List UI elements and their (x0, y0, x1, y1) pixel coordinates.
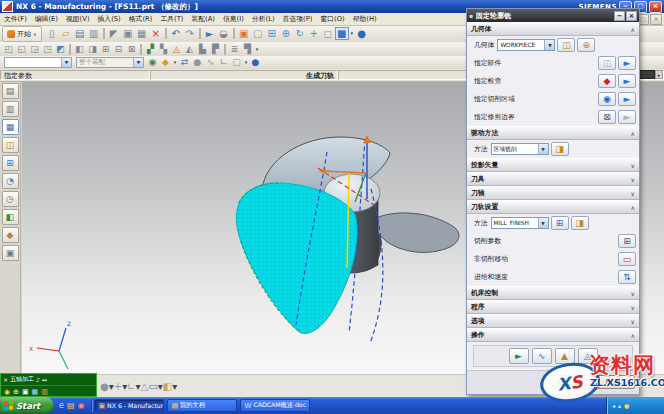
edit-operation-icon[interactable]: ◧ (73, 44, 86, 55)
pan-icon[interactable]: + (307, 27, 321, 40)
swap-icon[interactable]: ⇄ (178, 57, 191, 68)
dialog-minimize-button[interactable]: − (614, 11, 625, 21)
corner-icon[interactable]: ∟ (217, 57, 230, 68)
constraint-navigator-icon[interactable]: ▥ (2, 101, 19, 117)
flashlight-icon[interactable]: ► (618, 92, 636, 106)
wireframe-icon[interactable]: ◻ (321, 27, 335, 40)
media-icon[interactable]: ◉ (77, 401, 84, 410)
menu-item[interactable]: 格式(R) (125, 15, 157, 23)
start-app-button[interactable]: 开始 ∨ (2, 26, 42, 42)
section-program[interactable]: 程序 ∨ (467, 300, 639, 314)
recorder-close-icon[interactable]: × (3, 376, 8, 383)
section-path-settings[interactable]: 刀轨设置 ∧ (467, 200, 639, 214)
hand-tool-icon[interactable]: ◉ (4, 388, 10, 396)
assembly-scope-combo[interactable]: 整个装配 ▼ (76, 57, 144, 68)
tray-antivirus-icon[interactable]: ● (624, 402, 629, 409)
verify-toolpath-icon[interactable]: ◬ (170, 44, 183, 55)
box-select-icon[interactable]: ▢ (230, 57, 243, 68)
update-icon[interactable]: ◉ (146, 57, 159, 68)
cancel-button[interactable]: 取消 (591, 375, 635, 389)
section-machine-control[interactable]: 机床控制 ∨ (467, 286, 639, 300)
task-documents[interactable]: ▤ 我的文档 (167, 399, 237, 412)
copy-operation-icon[interactable]: ⊞ (99, 44, 112, 55)
menu-item[interactable]: 帮助(H) (349, 15, 381, 23)
menu-item[interactable]: 信息(I) (219, 15, 248, 23)
trim-boundary-button[interactable]: ⊠ (598, 110, 616, 124)
part-geometry-button[interactable]: ◫ (598, 56, 616, 70)
print-icon[interactable]: ▥ (87, 27, 101, 40)
section-projection-vector[interactable]: 投影矢量 ∨ (467, 158, 639, 172)
create-geometry-icon[interactable]: ◲ (28, 44, 41, 55)
menu-item[interactable]: 插入(S) (94, 15, 125, 23)
fit-view-icon[interactable]: ⊞ (265, 27, 279, 40)
start-button[interactable]: Start (0, 397, 54, 414)
save-icon[interactable]: ▤ (73, 27, 87, 40)
help-icon[interactable]: ◒ (217, 27, 231, 40)
task-word[interactable]: W CADCAM概述.doc - Mi... (240, 399, 310, 412)
process-studio-icon[interactable]: ◧ (2, 209, 19, 225)
flashlight-icon[interactable]: ► (618, 56, 636, 70)
reuse-library-icon[interactable]: ◫ (2, 137, 19, 153)
spline-icon[interactable]: ∿ (204, 57, 217, 68)
zoom-icon[interactable]: ⊕ (279, 27, 293, 40)
machine-view-icon[interactable]: ▜ (241, 44, 254, 55)
film-icon[interactable]: ▦ (32, 388, 39, 396)
menu-item[interactable]: 视图(V) (62, 15, 94, 23)
copy-icon[interactable]: ▣ (121, 27, 135, 40)
more-icon[interactable]: ▾ (254, 44, 260, 55)
point-icon[interactable]: ● (191, 57, 204, 68)
camera-icon[interactable]: ▣ (22, 388, 29, 396)
cutting-params-button[interactable]: ⊞ (618, 234, 636, 248)
simulate-button[interactable]: ◬ (578, 348, 598, 364)
propeller-right-blade[interactable] (374, 213, 459, 253)
resize-arrows-icon[interactable]: ↔ (42, 376, 47, 383)
dialog-close-button[interactable]: × (626, 11, 637, 21)
filter-icon[interactable]: ◆ (159, 57, 172, 68)
menu-item[interactable]: 工具(T) (156, 15, 187, 23)
tray-network-icon[interactable]: ▴ (618, 402, 621, 409)
menu-item[interactable]: 编辑(E) (31, 15, 62, 23)
zoom-tool-icon[interactable]: ⊕ (13, 388, 19, 396)
assembly-navigator-icon[interactable]: ▤ (2, 83, 19, 99)
roles-icon[interactable]: ▣ (2, 245, 19, 261)
path-method-combo[interactable]: MILL_FINISH ▼ (491, 217, 549, 229)
generate-toolpath-icon[interactable]: ▞ (144, 44, 157, 55)
part-navigator-icon[interactable]: ▦ (2, 119, 19, 135)
drive-method-combo[interactable]: 区域铣削 ▼ (491, 143, 549, 155)
task-nx[interactable]: ▣ NX 6 - Manufacturing -... (94, 399, 164, 412)
section-actions[interactable]: 操作 ∧ (467, 328, 639, 342)
dialog-title-bar[interactable]: ▪ 固定轮廓铣 − × (467, 9, 639, 22)
folder-icon[interactable]: ▤ (67, 401, 75, 410)
create-program-icon[interactable]: ◰ (2, 44, 15, 55)
selection-scope-combo[interactable]: ▼ (4, 57, 72, 68)
ie-icon[interactable]: e (59, 401, 64, 410)
flashlight-icon[interactable]: ► (618, 110, 636, 124)
create-operation-icon[interactable]: ◩ (54, 44, 67, 55)
create-tool-icon[interactable]: ◱ (15, 44, 28, 55)
menu-item[interactable]: 首选项(P) (279, 15, 317, 23)
redo-icon[interactable]: ↷ (183, 27, 197, 40)
section-tool-axis[interactable]: 刀轴 ∨ (467, 186, 639, 200)
close-button[interactable]: × (649, 1, 662, 13)
edit-method-button[interactable]: ◨ (571, 216, 589, 230)
open-icon[interactable]: ▱ (59, 27, 73, 40)
section-tool[interactable]: 刀具 ∨ (467, 172, 639, 186)
shaded-view-icon[interactable]: ■ (335, 27, 349, 40)
feeds-speeds-button[interactable]: ⇅ (618, 270, 636, 284)
rotate-view-icon[interactable]: ↻ (293, 27, 307, 40)
menu-item[interactable]: 窗口(O) (316, 15, 348, 23)
mdi-close-button[interactable]: × (650, 14, 662, 25)
geometry-combo[interactable]: WORKPIECE ▼ (497, 39, 555, 51)
method-grid-button[interactable]: ⊞ (551, 216, 569, 230)
new-geometry-button[interactable]: ◫ (557, 38, 575, 52)
rect-icon[interactable]: ▭ (148, 381, 157, 392)
cut-area-geometry-button[interactable]: ◉ (598, 92, 616, 106)
section-options[interactable]: 选项 ∨ (467, 314, 639, 328)
section-geometry[interactable]: 几何体 ∧ (467, 22, 639, 36)
snap-point-icon[interactable]: ● (100, 381, 109, 392)
simulate-machine-icon[interactable]: ◭ (183, 44, 196, 55)
tray-volume-icon[interactable]: ◂ (612, 402, 615, 409)
post-process-icon[interactable]: ▙ (196, 44, 209, 55)
paste-operation-icon[interactable]: ⊟ (112, 44, 125, 55)
edit-geometry-button[interactable]: ⊕ (577, 38, 595, 52)
